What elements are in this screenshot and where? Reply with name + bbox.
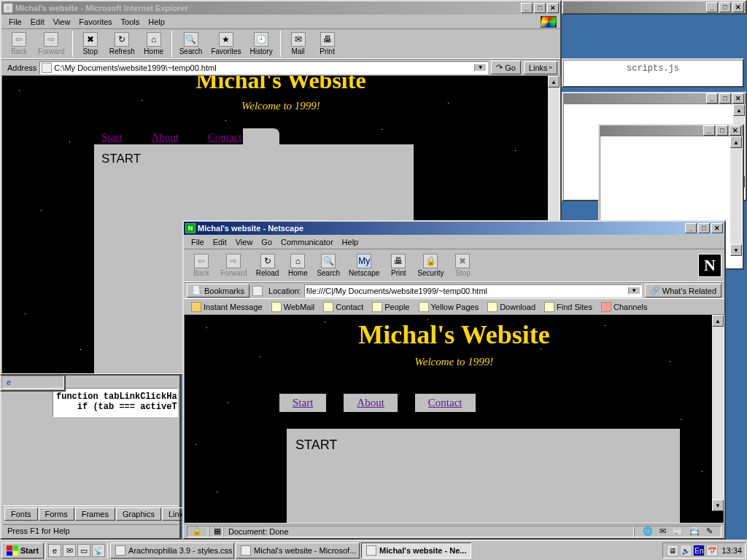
scroll-up[interactable]: ▲	[712, 315, 724, 327]
minimize-button[interactable]: _	[706, 2, 718, 12]
search-button[interactable]: 🔍Search	[312, 252, 344, 279]
menu-go[interactable]: Go	[257, 237, 276, 247]
personal-contact[interactable]: Contact	[319, 302, 368, 312]
scroll-up[interactable]: ▲	[548, 76, 560, 88]
scrollbar[interactable]: ▲▼	[730, 136, 742, 256]
ql-desktop-icon[interactable]: ▭	[77, 544, 90, 557]
print-button[interactable]: 🖶Print	[313, 31, 342, 57]
ql-outlook-icon[interactable]: ✉	[63, 544, 76, 557]
history-button[interactable]: 🕘History	[246, 31, 277, 57]
personal-download[interactable]: Download	[483, 302, 540, 312]
tray-volume-icon[interactable]: 🔊	[680, 545, 692, 556]
component-icons[interactable]: 🌐 ✉ 📰 📇 ✎	[634, 526, 721, 537]
tab-graphics[interactable]: Graphics	[116, 508, 161, 521]
personal-webmail[interactable]: WebMail	[267, 302, 320, 312]
tab-contact[interactable]: Contact	[415, 394, 476, 412]
personal-findsites[interactable]: Find Sites	[540, 302, 597, 312]
menu-view[interactable]: View	[49, 17, 75, 27]
home-button[interactable]: ⌂Home	[139, 31, 169, 57]
drag-proxy-icon[interactable]	[252, 286, 263, 296]
home-button[interactable]: ⌂Home	[283, 252, 312, 279]
tray-icon-1[interactable]: 🖥	[667, 545, 678, 556]
forward-button[interactable]: ⇨Forward	[34, 31, 69, 57]
scroll-down[interactable]: ▼	[730, 244, 742, 256]
search-button[interactable]: 🔍Search	[175, 31, 207, 57]
menu-tools[interactable]: Tools	[117, 17, 144, 27]
ql-channels-icon[interactable]: 📡	[92, 544, 105, 557]
close-button[interactable]: ✕	[732, 93, 744, 104]
tab-start[interactable]: Start	[279, 394, 326, 412]
tab-about[interactable]: About	[344, 394, 398, 412]
scroll-up[interactable]: ▲	[733, 104, 745, 116]
task-ie[interactable]: Michal's website - Microsof...	[236, 542, 360, 559]
close-button[interactable]: ✕	[711, 223, 723, 233]
personal-people[interactable]: People	[368, 302, 414, 312]
location-field[interactable]: file:///C|/My Documents/website1999/~tem…	[304, 284, 642, 298]
task-netscape[interactable]: Michal's website - Ne...	[361, 542, 471, 559]
tab-frames[interactable]: Frames	[75, 508, 115, 521]
menu-help[interactable]: Help	[144, 17, 169, 27]
component-bar[interactable]: ▦	[209, 526, 223, 537]
mail-button[interactable]: ✉Mail	[284, 31, 313, 57]
minimize-button[interactable]: _	[703, 125, 715, 136]
back-button[interactable]: ⇦Back	[187, 252, 216, 279]
netscape-scrollbar[interactable]: ▲▼	[712, 315, 724, 511]
go-button[interactable]: ↷ Go	[491, 61, 521, 74]
menu-file[interactable]: File	[187, 237, 209, 247]
address-field[interactable]: C:\My Documents\website1999\~temp00.html…	[39, 61, 488, 74]
address-dropdown[interactable]: ▼	[474, 64, 486, 71]
menu-favorites[interactable]: Favorites	[74, 17, 116, 27]
inbox-icon[interactable]: ✉	[659, 526, 666, 536]
maximize-button[interactable]: □	[698, 223, 710, 233]
security-indicator[interactable]: 🔓	[187, 526, 209, 537]
newsgroups-icon[interactable]: 📰	[673, 526, 683, 536]
start-button[interactable]: Start	[1, 542, 44, 559]
scroll-up[interactable]: ▲	[730, 136, 742, 148]
security-button[interactable]: 🔒Security	[413, 252, 448, 279]
menu-help[interactable]: Help	[338, 237, 363, 247]
menu-edit[interactable]: Edit	[26, 17, 49, 27]
personal-instant-message[interactable]: Instant Message	[187, 302, 267, 312]
minimize-button[interactable]: _	[521, 3, 533, 13]
refresh-button[interactable]: ↻Refresh	[105, 31, 139, 57]
addressbook-icon[interactable]: 📇	[689, 526, 700, 536]
print-button[interactable]: 🖶Print	[384, 252, 413, 279]
bookmarks-button[interactable]: 📑 Bookmarks	[187, 284, 249, 298]
clock[interactable]: 13:34	[721, 546, 742, 555]
personal-yellowpages[interactable]: Yellow Pages	[414, 302, 484, 312]
close-button[interactable]: ✕	[729, 125, 741, 136]
scroll-down[interactable]: ▼	[712, 499, 724, 511]
whats-related-button[interactable]: 🔗 What's Related	[645, 284, 721, 298]
tab-fonts[interactable]: Fonts	[4, 508, 38, 521]
minimize-button[interactable]: _	[685, 223, 697, 233]
favorites-button[interactable]: ★Favorites	[206, 31, 245, 57]
reload-button[interactable]: ↻Reload	[252, 252, 284, 279]
maximize-button[interactable]: □	[719, 93, 731, 104]
code-area[interactable]: function tabLinkClickHan if (tab === act…	[53, 388, 178, 417]
tray-lang-indicator[interactable]: En	[693, 545, 705, 556]
forward-button[interactable]: ⇨Forward	[216, 252, 252, 279]
composer-icon[interactable]: ✎	[706, 526, 713, 536]
tray-scheduler-icon[interactable]: 📅	[706, 545, 718, 556]
close-button[interactable]: ✕	[547, 3, 559, 13]
menu-file[interactable]: File	[4, 17, 26, 27]
location-dropdown[interactable]: ▼	[628, 287, 640, 294]
back-button[interactable]: ⇦Back	[4, 31, 34, 57]
personal-channels[interactable]: Channels	[597, 302, 651, 312]
stop-button[interactable]: ✖Stop	[448, 252, 477, 279]
ql-ie-icon[interactable]: e	[48, 544, 61, 557]
maximize-button[interactable]: □	[716, 125, 728, 136]
ie-titlebar[interactable]: e Michal's website - Microsoft Internet …	[1, 1, 560, 15]
menu-edit[interactable]: Edit	[209, 237, 231, 247]
netscape-button[interactable]: MyNetscape	[344, 252, 384, 279]
minimize-button[interactable]: _	[706, 93, 718, 104]
links-button[interactable]: Links »	[524, 61, 557, 74]
navigator-icon[interactable]: 🌐	[643, 526, 653, 536]
menu-communicator[interactable]: Communicator	[276, 237, 338, 247]
stop-button[interactable]: ✖Stop	[76, 31, 105, 57]
netscape-titlebar[interactable]: N Michal's website - Netscape _ □ ✕	[184, 222, 724, 235]
close-button[interactable]: ✕	[732, 2, 744, 12]
menu-view[interactable]: View	[231, 237, 258, 247]
maximize-button[interactable]: □	[534, 3, 546, 13]
task-arachnophilia[interactable]: Arachnophilia 3.9 - styles.css	[110, 542, 234, 559]
